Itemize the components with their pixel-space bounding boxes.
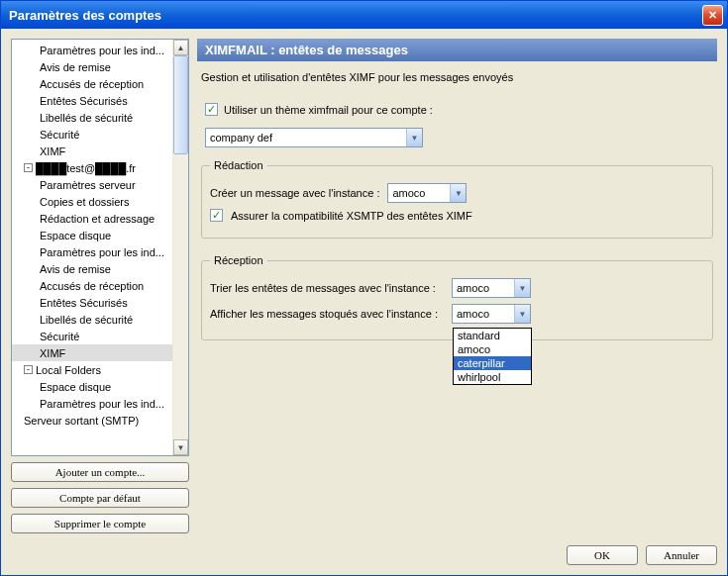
tree-item-label: Avis de remise [40, 263, 111, 275]
create-instance-combo[interactable]: amoco ▼ [387, 183, 467, 203]
tree-item[interactable]: Accusés de réception [12, 75, 188, 92]
tree-item-label: Avis de remise [40, 61, 111, 73]
sort-instance-value: amoco [453, 282, 514, 294]
chevron-down-icon: ▼ [514, 305, 530, 323]
tree-item-label: Accusés de réception [40, 280, 144, 292]
window-title: Paramètres des comptes [9, 8, 161, 23]
dropdown-option[interactable]: whirlpool [454, 370, 531, 384]
redaction-legend: Rédaction [210, 159, 267, 171]
close-icon[interactable]: ✕ [702, 5, 723, 26]
tree-item-label: Serveur sortant (SMTP) [24, 415, 139, 427]
create-instance-value: amoco [388, 187, 450, 199]
tree-item-label: Entêtes Sécurisés [40, 95, 128, 107]
scroll-up-icon[interactable]: ▲ [173, 40, 188, 55]
add-account-button[interactable]: Ajouter un compte... [11, 462, 189, 482]
expander-icon[interactable]: - [24, 365, 33, 374]
tree-item[interactable]: -████test@████.fr [12, 159, 188, 176]
tree-item-label: Espace disque [40, 230, 111, 241]
tree-container: Paramètres pour les ind...Avis de remise… [11, 39, 189, 456]
tree-item[interactable]: XIMF [12, 143, 188, 159]
sort-instance-label: Trier les entêtes de messages avec l'ins… [210, 282, 444, 294]
tree-item-label: Sécurité [40, 331, 79, 342]
tree-item-label: Entêtes Sécurisés [40, 297, 128, 309]
tree-item-label: Accusés de réception [40, 78, 144, 90]
theme-row: ✓ Utiliser un thème ximfmail pour ce com… [205, 103, 709, 116]
show-instance-label: Afficher les messages stoqués avec l'ins… [210, 308, 444, 320]
panel-subtitle: Gestion et utilisation d'entêtes XIMF po… [197, 69, 717, 91]
tree-item-label: Paramètres pour les ind... [40, 45, 164, 56]
tree-item[interactable]: Paramètres pour les ind... [12, 42, 188, 58]
tree-item-label: Local Folders [36, 364, 101, 376]
tree-item-label: XIMF [40, 347, 65, 359]
tree-item-label: Copies et dossiers [40, 196, 130, 208]
tree-item-label: Sécurité [40, 129, 79, 141]
reception-fieldset: Réception Trier les entêtes de messages … [201, 254, 713, 340]
tree-item-label: Libellés de sécurité [40, 112, 133, 124]
tree-item[interactable]: Sécurité [12, 126, 188, 143]
theme-label: Utiliser un thème ximfmail pour ce compt… [224, 104, 433, 116]
compat-label: Assurer la compatibilité XSMTP des entêt… [231, 210, 472, 222]
tree-item-label: Paramètres pour les ind... [40, 246, 164, 258]
scroll-down-icon[interactable]: ▼ [173, 439, 188, 455]
tree-item[interactable]: Avis de remise [12, 260, 188, 277]
accounts-tree[interactable]: Paramètres pour les ind...Avis de remise… [12, 40, 188, 455]
tree-item[interactable]: Serveur sortant (SMTP) [12, 412, 188, 429]
theme-checkbox[interactable]: ✓ [205, 103, 218, 116]
cancel-button[interactable]: Annuler [646, 545, 717, 565]
right-panel: XIMFMAIL : entêtes de messages Gestion e… [197, 39, 717, 533]
tree-item[interactable]: Espace disque [12, 378, 188, 395]
sort-instance-combo[interactable]: amoco ▼ [452, 278, 531, 298]
show-instance-value: amoco [453, 308, 514, 320]
tree-item[interactable]: Entêtes Sécurisés [12, 294, 188, 311]
default-account-button[interactable]: Compte par défaut [11, 488, 189, 508]
theme-value: company def [206, 132, 406, 144]
expander-icon[interactable]: - [24, 163, 33, 172]
tree-item-label: ████test@████.fr [36, 162, 136, 174]
tree-scrollbar[interactable]: ▲ ▼ [172, 40, 188, 455]
tree-item[interactable]: Accusés de réception [12, 277, 188, 294]
titlebar: Paramètres des comptes ✕ [1, 1, 727, 29]
dropdown-option[interactable]: standard [454, 329, 531, 342]
tree-item-label: XIMF [40, 145, 65, 157]
redaction-fieldset: Rédaction Créer un message avec l'instan… [201, 159, 713, 239]
create-instance-label: Créer un message avec l'instance : [210, 187, 379, 199]
tree-item[interactable]: Paramètres pour les ind... [12, 395, 188, 412]
tree-item[interactable]: Paramètres pour les ind... [12, 243, 188, 260]
chevron-down-icon: ▼ [406, 129, 422, 146]
left-panel: Paramètres pour les ind...Avis de remise… [11, 39, 189, 533]
chevron-down-icon: ▼ [514, 279, 530, 297]
chevron-down-icon: ▼ [450, 184, 466, 202]
reception-legend: Réception [210, 254, 267, 266]
tree-item[interactable]: Avis de remise [12, 58, 188, 75]
tree-item-label: Libellés de sécurité [40, 314, 133, 326]
tree-item[interactable]: Copies et dossiers [12, 193, 188, 210]
tree-item[interactable]: Entêtes Sécurisés [12, 92, 188, 109]
tree-item[interactable]: Libellés de sécurité [12, 109, 188, 126]
dropdown-option[interactable]: caterpillar [454, 356, 531, 370]
tree-item[interactable]: Espace disque [12, 227, 188, 243]
compat-checkbox[interactable]: ✓ [210, 209, 223, 222]
scroll-thumb[interactable] [173, 55, 188, 154]
show-instance-combo[interactable]: amoco ▼ [452, 304, 531, 324]
tree-item[interactable]: Sécurité [12, 328, 188, 344]
tree-item[interactable]: Libellés de sécurité [12, 311, 188, 328]
account-settings-window: Paramètres des comptes ✕ Paramètres pour… [0, 0, 728, 576]
tree-item[interactable]: -Local Folders [12, 361, 188, 378]
panel-header: XIMFMAIL : entêtes de messages [197, 39, 717, 61]
tree-item-label: Rédaction et adressage [40, 213, 155, 225]
dialog-footer: OK Annuler [1, 539, 727, 575]
tree-item-label: Paramètres serveur [40, 179, 136, 191]
tree-item-label: Paramètres pour les ind... [40, 398, 164, 410]
delete-account-button[interactable]: Supprimer le compte [11, 514, 189, 533]
tree-item[interactable]: Rédaction et adressage [12, 210, 188, 227]
dropdown-option[interactable]: amoco [454, 342, 531, 356]
tree-item-label: Espace disque [40, 381, 111, 393]
tree-item[interactable]: XIMF [12, 344, 188, 361]
show-instance-dropdown[interactable]: standardamococaterpillarwhirlpool [453, 328, 532, 385]
ok-button[interactable]: OK [567, 545, 638, 565]
theme-combo[interactable]: company def ▼ [205, 128, 423, 147]
tree-item[interactable]: Paramètres serveur [12, 176, 188, 193]
content-area: Paramètres pour les ind...Avis de remise… [1, 29, 727, 539]
